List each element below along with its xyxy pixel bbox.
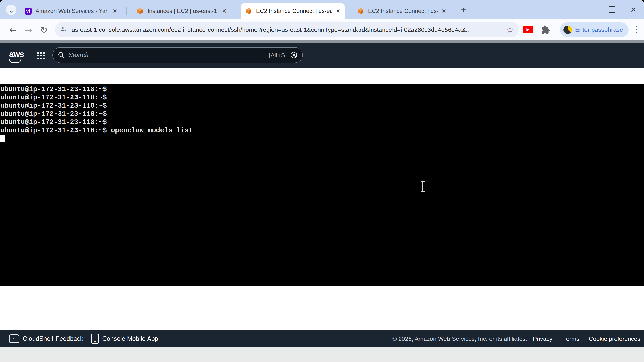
aws-console-footer: >_ CloudShell Feedback ⌄ Console Mobile … [0,330,644,347]
tab-title: EC2 Instance Connect | us-east- [256,8,332,14]
enter-passphrase-button[interactable]: Enter passphrase [560,22,628,37]
tab-close-icon[interactable]: × [336,7,340,15]
extensions-puzzle-icon[interactable] [540,25,550,35]
tab-ec2-instance-connect-2[interactable]: EC2 Instance Connect | us-east- × [352,3,450,19]
browser-menu-kebab-icon[interactable]: ⋮ [632,24,641,35]
tab-separator [126,7,127,15]
youtube-icon[interactable]: ▶ [523,26,533,33]
footer-console-mobile-app-link[interactable]: ⌄ Console Mobile App [91,334,158,344]
browser-tab-strip: ⌄ y! Amazon Web Services - Yahoo S × Ins… [0,0,644,19]
tab-separator [455,7,455,15]
footer-copyright: © 2026, Amazon Web Services, Inc. or its… [392,336,527,342]
search-shortcut-label: [Alt+S] [269,52,287,58]
cloudshell-label: CloudShell [23,335,53,343]
terminal-line: ubuntu@ip-172-31-23-118:~$ [0,110,107,118]
search-icon [58,51,65,58]
reload-button[interactable]: ↻ [38,24,50,36]
window-minimize-button[interactable]: – [583,3,598,16]
aws-search-box[interactable]: [Alt+S] [52,47,303,63]
download-glyph: ⌄ [93,338,96,343]
browser-window: ⌄ y! Amazon Web Services - Yahoo S × Ins… [0,0,644,362]
windows-taskbar: 9 19°C Mostly cloudy [0,347,644,362]
instance-info-panel: i-02a280c3dd4e56e4a (openclaw4) PublicIP… [0,286,644,330]
tab-close-icon[interactable]: × [442,7,446,15]
ec2-favicon-icon [357,7,364,14]
services-grid-icon[interactable] [38,52,39,53]
terminal-line: ubuntu@ip-172-31-23-118:~$ [0,102,107,110]
ec2-favicon-icon [137,7,144,14]
window-close-button[interactable]: × [626,3,641,16]
footer-cloudshell-button[interactable]: >_ CloudShell [9,334,53,343]
amazon-q-icon [290,51,298,59]
footer-privacy-link[interactable]: Privacy [533,336,552,342]
ec2-favicon-icon [245,7,252,14]
new-tab-button[interactable]: + [458,4,469,15]
header-divider [30,47,30,63]
ssh-terminal[interactable]: ubuntu@ip-172-31-23-118:~$ ubuntu@ip-172… [0,84,644,286]
enter-passphrase-label: Enter passphrase [575,26,623,33]
terminal-line: ubuntu@ip-172-31-23-118:~$ [0,118,107,126]
cloudshell-icon: >_ [9,334,19,343]
bookmark-star-icon[interactable]: ☆ [506,25,514,34]
restore-icon [609,6,615,13]
terminal-block-cursor [0,135,4,142]
prompt-glyph: >_ [12,337,16,341]
aws-console-header: aws [Alt+S] >_ ? ⚙ United States (N. Vir… [0,43,644,67]
console-mobile-app-label: Console Mobile App [102,335,158,343]
footer-cookie-preferences-link[interactable]: Cookie preferences [589,336,640,342]
tab-title: Amazon Web Services - Yahoo S [36,8,109,14]
terminal-line: ubuntu@ip-172-31-23-118:~$ [0,85,107,93]
toolbar-divider [555,25,556,35]
forward-button[interactable]: → [22,24,35,36]
tab-close-icon[interactable]: × [113,7,117,15]
play-icon: ▶ [526,27,530,32]
console-subheader [0,67,644,84]
address-bar[interactable]: us-east-1.console.aws.amazon.com/ec2-ins… [55,22,519,37]
aws-search-input[interactable] [68,51,266,59]
page-top-strip [0,40,644,43]
text-cursor-ibeam [420,180,426,195]
feedback-label: Feedback [56,335,83,343]
tab-ec2-instance-connect-active[interactable]: EC2 Instance Connect | us-east- × [240,3,345,19]
back-button[interactable]: ← [7,24,19,36]
aws-logo-smile [9,59,21,63]
mobile-app-icon: ⌄ [91,334,99,344]
tab-close-icon[interactable]: × [222,7,226,15]
url-text[interactable]: us-east-1.console.aws.amazon.com/ec2-ins… [72,26,502,33]
footer-feedback-link[interactable]: Feedback [56,335,83,343]
yahoo-favicon-icon: y! [25,7,32,14]
terminal-line: ubuntu@ip-172-31-23-118:~$ [0,93,107,102]
site-settings-icon[interactable] [60,26,67,33]
tab-title: Instances | EC2 | us-east-1 [148,8,218,14]
window-restore-button[interactable] [604,3,620,16]
tab-yahoo[interactable]: y! Amazon Web Services - Yahoo S × [20,3,122,19]
terminal-command-line: ubuntu@ip-172-31-23-118:~$ openclaw mode… [0,126,193,135]
footer-terms-link[interactable]: Terms [563,336,580,342]
passphrase-extension-icon [564,25,572,34]
tab-ec2-instances[interactable]: Instances | EC2 | us-east-1 × [132,3,231,19]
aws-logo[interactable]: aws [9,49,24,59]
tab-search-chevron-icon[interactable]: ⌄ [6,4,16,15]
browser-toolbar: ← → ↻ us-east-1.console.aws.amazon.com/e… [0,19,644,40]
tab-title: EC2 Instance Connect | us-east- [368,8,438,14]
